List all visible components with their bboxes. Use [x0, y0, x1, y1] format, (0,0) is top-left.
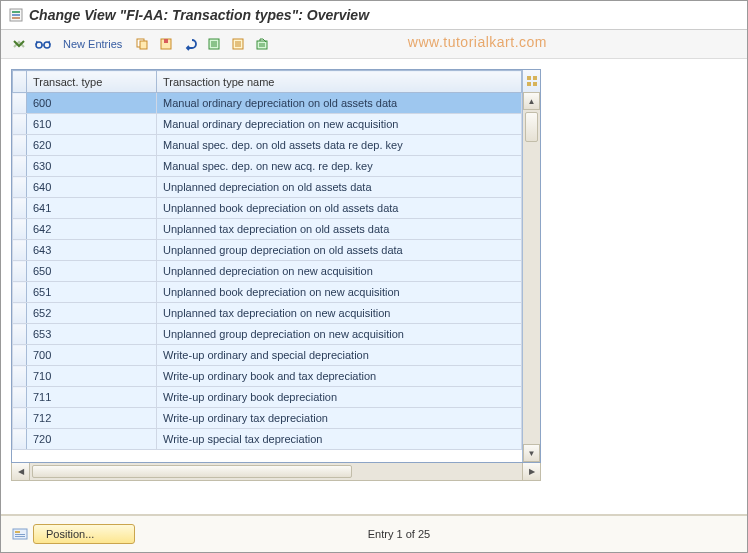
cell-type-name[interactable]: Manual ordinary depreciation on new acqu… — [157, 114, 522, 135]
row-handle[interactable] — [13, 282, 27, 303]
glasses-details-icon[interactable] — [33, 34, 53, 54]
scroll-left-icon[interactable]: ◀ — [12, 463, 30, 480]
table-row[interactable]: 620Manual spec. dep. on old assets data … — [13, 135, 522, 156]
row-handle[interactable] — [13, 324, 27, 345]
cell-type-code[interactable]: 643 — [27, 240, 157, 261]
svg-rect-3 — [12, 17, 20, 19]
svg-rect-9 — [164, 39, 168, 43]
svg-rect-7 — [140, 41, 147, 49]
table-row[interactable]: 712Write-up ordinary tax depreciation — [13, 408, 522, 429]
horizontal-scrollbar[interactable]: ◀ ▶ — [11, 463, 541, 481]
cell-type-code[interactable]: 720 — [27, 429, 157, 450]
cell-type-code[interactable]: 650 — [27, 261, 157, 282]
cell-type-code[interactable]: 640 — [27, 177, 157, 198]
svg-rect-16 — [533, 82, 537, 86]
column-header-type[interactable]: Transact. type — [27, 71, 157, 93]
table-row[interactable]: 720Write-up special tax depreciation — [13, 429, 522, 450]
cell-type-name[interactable]: Unplanned depreciation on new acquisitio… — [157, 261, 522, 282]
cell-type-name[interactable]: Unplanned book depreciation on old asset… — [157, 198, 522, 219]
cell-type-code[interactable]: 600 — [27, 93, 157, 114]
cell-type-code[interactable]: 651 — [27, 282, 157, 303]
cell-type-name[interactable]: Write-up special tax depreciation — [157, 429, 522, 450]
cell-type-code[interactable]: 653 — [27, 324, 157, 345]
cell-type-name[interactable]: Unplanned depreciation on old assets dat… — [157, 177, 522, 198]
vertical-scrollbar[interactable]: ▲ ▼ — [522, 92, 540, 462]
column-header-name[interactable]: Transaction type name — [157, 71, 522, 93]
cell-type-code[interactable]: 652 — [27, 303, 157, 324]
footer-bar: Position... Entry 1 of 25 — [1, 514, 747, 552]
position-icon — [11, 527, 29, 541]
table-row[interactable]: 653Unplanned group depreciation on new a… — [13, 324, 522, 345]
row-handle-header[interactable] — [13, 71, 27, 93]
scroll-track[interactable] — [523, 110, 540, 444]
row-handle[interactable] — [13, 345, 27, 366]
cell-type-name[interactable]: Unplanned group depreciation on new acqu… — [157, 324, 522, 345]
row-handle[interactable] — [13, 198, 27, 219]
cell-type-code[interactable]: 620 — [27, 135, 157, 156]
row-handle[interactable] — [13, 219, 27, 240]
cell-type-name[interactable]: Manual spec. dep. on new acq. re dep. ke… — [157, 156, 522, 177]
cell-type-name[interactable]: Write-up ordinary book and tax depreciat… — [157, 366, 522, 387]
cell-type-name[interactable]: Unplanned group depreciation on old asse… — [157, 240, 522, 261]
row-handle[interactable] — [13, 261, 27, 282]
table-row[interactable]: 640Unplanned depreciation on old assets … — [13, 177, 522, 198]
cell-type-code[interactable]: 610 — [27, 114, 157, 135]
cell-type-name[interactable]: Manual ordinary depreciation on old asse… — [157, 93, 522, 114]
cell-type-code[interactable]: 710 — [27, 366, 157, 387]
deselect-all-icon[interactable] — [228, 34, 248, 54]
cell-type-name[interactable]: Write-up ordinary and special depreciati… — [157, 345, 522, 366]
undo-icon[interactable] — [180, 34, 200, 54]
row-handle[interactable] — [13, 387, 27, 408]
grid-settings-icon[interactable] — [522, 70, 540, 92]
cell-type-name[interactable]: Unplanned tax depreciation on new acquis… — [157, 303, 522, 324]
scroll-down-icon[interactable]: ▼ — [523, 444, 540, 462]
table-row[interactable]: 651Unplanned book depreciation on new ac… — [13, 282, 522, 303]
table-row[interactable]: 652Unplanned tax depreciation on new acq… — [13, 303, 522, 324]
cell-type-name[interactable]: Unplanned tax depreciation on old assets… — [157, 219, 522, 240]
table-row[interactable]: 710Write-up ordinary book and tax deprec… — [13, 366, 522, 387]
table-row[interactable]: 650Unplanned depreciation on new acquisi… — [13, 261, 522, 282]
row-handle[interactable] — [13, 303, 27, 324]
cell-type-code[interactable]: 711 — [27, 387, 157, 408]
table-row[interactable]: 711Write-up ordinary book depreciation — [13, 387, 522, 408]
table-row[interactable]: 600Manual ordinary depreciation on old a… — [13, 93, 522, 114]
toggle-expand-icon[interactable] — [9, 34, 29, 54]
table-export-icon[interactable] — [252, 34, 272, 54]
cell-type-name[interactable]: Manual spec. dep. on old assets data re … — [157, 135, 522, 156]
select-all-icon[interactable] — [204, 34, 224, 54]
copy-icon[interactable] — [132, 34, 152, 54]
toolbar: New Entries www.tutorialkart.com — [1, 30, 747, 59]
table-row[interactable]: 610Manual ordinary depreciation on new a… — [13, 114, 522, 135]
watermark-text: www.tutorialkart.com — [408, 34, 547, 50]
cell-type-code[interactable]: 642 — [27, 219, 157, 240]
row-handle[interactable] — [13, 156, 27, 177]
row-handle[interactable] — [13, 366, 27, 387]
table-row[interactable]: 643Unplanned group depreciation on old a… — [13, 240, 522, 261]
row-handle[interactable] — [13, 429, 27, 450]
table-row[interactable]: 641Unplanned book depreciation on old as… — [13, 198, 522, 219]
cell-type-name[interactable]: Write-up ordinary book depreciation — [157, 387, 522, 408]
scroll-thumb[interactable] — [525, 112, 538, 142]
table-row[interactable]: 630Manual spec. dep. on new acq. re dep.… — [13, 156, 522, 177]
cell-type-code[interactable]: 712 — [27, 408, 157, 429]
table-row[interactable]: 700Write-up ordinary and special depreci… — [13, 345, 522, 366]
hscroll-thumb[interactable] — [32, 465, 352, 478]
scroll-up-icon[interactable]: ▲ — [523, 92, 540, 110]
cell-type-code[interactable]: 700 — [27, 345, 157, 366]
cell-type-name[interactable]: Unplanned book depreciation on new acqui… — [157, 282, 522, 303]
row-handle[interactable] — [13, 93, 27, 114]
cell-type-code[interactable]: 630 — [27, 156, 157, 177]
scroll-right-icon[interactable]: ▶ — [522, 463, 540, 480]
row-handle[interactable] — [13, 135, 27, 156]
row-handle[interactable] — [13, 408, 27, 429]
new-entries-button[interactable]: New Entries — [57, 38, 128, 50]
cell-type-name[interactable]: Write-up ordinary tax depreciation — [157, 408, 522, 429]
cell-type-code[interactable]: 641 — [27, 198, 157, 219]
hscroll-track[interactable] — [30, 463, 522, 480]
position-button[interactable]: Position... — [33, 524, 135, 544]
row-handle[interactable] — [13, 240, 27, 261]
row-handle[interactable] — [13, 177, 27, 198]
save-variant-icon[interactable] — [156, 34, 176, 54]
table-row[interactable]: 642Unplanned tax depreciation on old ass… — [13, 219, 522, 240]
row-handle[interactable] — [13, 114, 27, 135]
